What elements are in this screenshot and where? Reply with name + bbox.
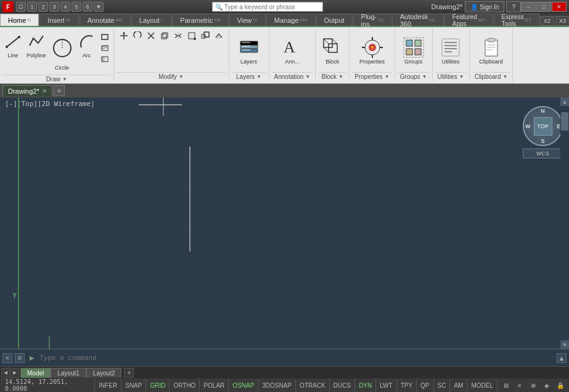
properties-group-label[interactable]: Properties ▼ <box>352 72 392 81</box>
groups-group-label[interactable]: Groups ▼ <box>398 72 430 81</box>
tab-featured-apps[interactable]: Featured Apps AP <box>444 14 493 26</box>
polyline-button[interactable]: Polyline <box>25 31 48 60</box>
tab-manage[interactable]: Manage MA <box>266 14 316 26</box>
status-3dosnap[interactable]: 3DOSNAP <box>258 378 296 392</box>
utilities-button[interactable]: Utilities <box>438 35 464 67</box>
status-lwt[interactable]: LWT <box>376 378 396 392</box>
status-infer[interactable]: INFER <box>95 378 121 392</box>
lock-btn[interactable]: 🔒 <box>554 379 567 391</box>
close-btn[interactable]: ✕ <box>552 2 567 12</box>
qat-new[interactable]: 🗋 <box>16 2 26 12</box>
qat-1[interactable]: 1 <box>27 2 37 12</box>
tab-output[interactable]: Output <box>316 14 353 26</box>
block-group-label[interactable]: Block ▼ <box>318 72 346 81</box>
cmd-close-btn[interactable]: ✕ <box>2 353 12 363</box>
tab-insert[interactable]: Insert IN <box>39 14 79 26</box>
arc-button[interactable]: Arc <box>76 31 97 60</box>
tab-view[interactable]: View VI <box>229 14 266 26</box>
doc-tab-drawing2[interactable]: Drawing2* ✕ <box>2 85 52 96</box>
search-bar[interactable]: 🔍 <box>212 2 323 12</box>
qat-4[interactable]: 4 <box>60 2 70 12</box>
compass-circle[interactable]: N S E W TOP <box>523 106 563 146</box>
offset-button[interactable] <box>213 31 225 41</box>
layers-button[interactable]: Layers <box>237 35 261 66</box>
annotation-scale-btn[interactable]: ⊕ <box>527 379 539 391</box>
restore-btn[interactable]: □ <box>536 2 551 12</box>
stretch-button[interactable] <box>186 31 198 41</box>
trim-button[interactable] <box>145 31 157 41</box>
move-button[interactable] <box>118 31 130 41</box>
qat-3[interactable]: 3 <box>49 2 59 12</box>
layout-tab-model[interactable]: Model <box>20 368 51 378</box>
scroll-down-btn[interactable]: ▼ <box>560 340 569 349</box>
annotation-group-label[interactable]: Annotation ▼ <box>272 72 313 81</box>
workspace-btn[interactable]: ◈ <box>541 379 553 391</box>
scale-icon-btn[interactable]: ≡ <box>514 379 526 391</box>
tab-home[interactable]: Home H <box>0 14 39 26</box>
minimize-btn[interactable]: – <box>521 2 536 12</box>
vertical-scrollbar[interactable]: ▲ ▼ <box>560 97 569 349</box>
clipboard-group-label[interactable]: Clipboard ▼ <box>472 72 510 81</box>
add-layout-btn[interactable]: + <box>124 368 134 378</box>
copy-button[interactable] <box>158 31 171 41</box>
rectangle-button[interactable] <box>99 32 111 42</box>
draw-group-label[interactable]: Draw ▼ <box>2 75 111 83</box>
layers-group-label[interactable]: Layers ▼ <box>232 72 266 81</box>
qat-5[interactable]: 5 <box>72 2 81 12</box>
tab-parametric[interactable]: Parametric PA <box>172 14 228 26</box>
help-btn[interactable]: ? <box>506 1 521 12</box>
status-snap[interactable]: SNAP <box>121 378 146 392</box>
tab-express-tools[interactable]: Express Tools ET <box>494 14 539 26</box>
qat-2[interactable]: 2 <box>38 2 48 12</box>
status-qp[interactable]: QP <box>417 378 433 392</box>
qat-more[interactable]: ▼ <box>94 2 104 12</box>
annotation-button[interactable]: A Ann... <box>279 35 305 67</box>
layout-tab-layout1[interactable]: Layout1 <box>51 368 86 378</box>
utilities-group-label[interactable]: Utilities ▼ <box>435 72 467 81</box>
gradient-button[interactable] <box>99 54 111 64</box>
mirror-button[interactable] <box>172 31 184 41</box>
line-button[interactable]: Line <box>2 31 23 60</box>
compass-top-btn[interactable]: TOP <box>534 117 552 136</box>
status-sc[interactable]: SC <box>434 378 451 392</box>
extra-tab-x2[interactable]: X2 <box>540 16 554 26</box>
command-input[interactable] <box>39 354 554 362</box>
clipboard-button[interactable]: Clipboard <box>477 35 505 67</box>
status-grid[interactable]: GRID <box>146 378 170 392</box>
tab-autodesk360[interactable]: Autodesk 360 NL <box>392 14 444 26</box>
extra-tab-x3[interactable]: X3 <box>555 16 569 26</box>
status-ducs[interactable]: DUCS <box>330 378 355 392</box>
search-input[interactable] <box>224 4 311 10</box>
circle-button[interactable]: Circle <box>49 31 75 72</box>
hatch-button[interactable] <box>99 43 111 53</box>
status-am[interactable]: AM <box>450 378 467 392</box>
status-polar[interactable]: POLAR <box>200 378 229 392</box>
status-osnap[interactable]: OSNAP <box>229 378 258 392</box>
layout-tab-layout2[interactable]: Layout2 <box>86 368 122 378</box>
layout-nav-next[interactable]: ▶ <box>10 368 19 378</box>
scroll-track[interactable] <box>560 106 569 340</box>
block-button[interactable]: Block <box>319 35 345 67</box>
tab-layout[interactable]: Layout L <box>131 14 171 26</box>
doc-tab-close[interactable]: ✕ <box>42 88 47 94</box>
tab-plugins[interactable]: Plug-ins GI <box>353 14 391 26</box>
modify-group-label[interactable]: Modify ▼ <box>117 72 226 81</box>
status-tpy[interactable]: TPY <box>397 378 417 392</box>
viewport-btn[interactable]: ⊞ <box>500 379 512 391</box>
sign-in-btn[interactable]: 👤 Sign In <box>465 1 504 12</box>
status-ortho[interactable]: ORTHO <box>170 378 200 392</box>
status-model[interactable]: MODEL <box>467 378 497 392</box>
layout-nav-prev[interactable]: ◀ <box>1 368 10 378</box>
scroll-thumb[interactable] <box>561 112 568 131</box>
new-tab-button[interactable]: + <box>54 85 65 96</box>
rotate-button[interactable] <box>131 31 144 41</box>
cmd-settings-btn[interactable]: ⚙ <box>15 353 25 363</box>
drawing-canvas[interactable]: Y <box>0 97 569 349</box>
nav-cube[interactable]: N S E W TOP WCS ▲ + - ▼ <box>523 106 563 171</box>
tab-annotate[interactable]: Annotate AN <box>80 14 131 26</box>
groups-button[interactable]: Groups <box>401 35 427 67</box>
cmd-expand-btn[interactable]: ▲ <box>557 353 567 363</box>
qat-6[interactable]: 6 <box>83 2 92 12</box>
properties-button[interactable]: Properties <box>358 35 387 67</box>
scale-button[interactable] <box>199 31 211 41</box>
